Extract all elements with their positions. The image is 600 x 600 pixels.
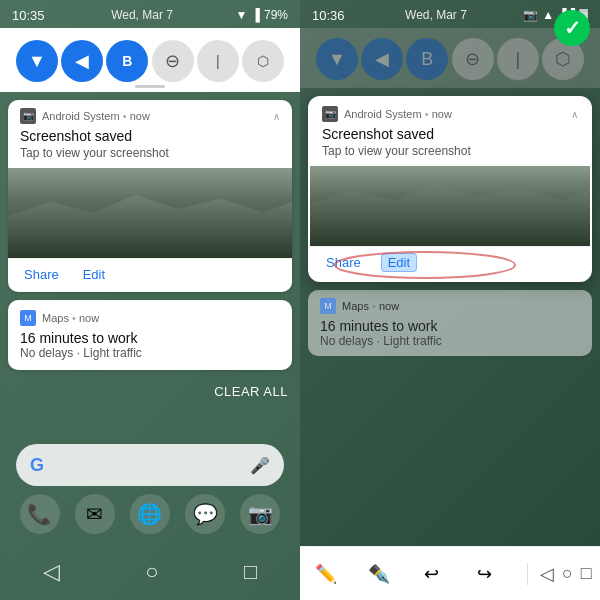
qs-location-icon[interactable]: ◀ <box>61 40 103 82</box>
maps-title-left: 16 minutes to work <box>20 330 280 346</box>
messages-app-icon[interactable]: 💬 <box>185 494 225 534</box>
clear-all-row: CLEAR ALL <box>0 378 300 405</box>
wifi-status-icon: ▼ <box>236 8 248 22</box>
signal-icon: ▐ <box>251 8 260 22</box>
mic-icon[interactable]: 🎤 <box>250 456 270 475</box>
checkmark-badge: ✓ <box>554 10 590 46</box>
chrome-app-icon[interactable]: 🌐 <box>130 494 170 534</box>
maps-notification-left[interactable]: M Maps • now 16 minutes to work No delay… <box>8 300 292 370</box>
wifi-right-icon: ▲ <box>542 8 554 22</box>
maps-subtitle-left: No delays · Light traffic <box>20 346 280 360</box>
maps-subtitle-right: No delays · Light traffic <box>320 334 580 348</box>
pencil-tool-icon[interactable]: ✏️ <box>308 556 344 592</box>
android-system-icon-right: 📷 <box>322 106 338 122</box>
camera-status-icon: 📷 <box>523 8 538 22</box>
qs-bluetooth-icon[interactable]: B <box>106 40 148 82</box>
clear-all-button[interactable]: CLEAR ALL <box>214 384 288 399</box>
qs-location-right: ◀ <box>361 38 403 80</box>
notif-header-right: 📷 Android System • now ∧ <box>310 98 590 126</box>
notif-title-right: Screenshot saved <box>310 126 590 144</box>
screenshot-notification-left[interactable]: 📷 Android System • now ∧ Screenshot save… <box>8 100 292 292</box>
rock-bg <box>8 188 292 258</box>
email-app-icon[interactable]: ✉ <box>75 494 115 534</box>
maps-header-right: M Maps • now <box>320 298 580 314</box>
qs-wifi-right: ▼ <box>316 38 358 80</box>
notif-subtitle-left: Tap to view your screenshot <box>8 146 292 168</box>
maps-notification-right: M Maps • now 16 minutes to work No delay… <box>308 290 592 356</box>
recents-button-left[interactable]: □ <box>244 559 257 585</box>
undo-icon[interactable]: ↩ <box>414 556 450 592</box>
maps-header-left: M Maps • now <box>20 310 280 326</box>
notif-chevron-right[interactable]: ∧ <box>571 109 578 120</box>
time-right: 10:36 <box>312 8 345 23</box>
camera-app-icon[interactable]: 📷 <box>240 494 280 534</box>
quick-settings-left: ▼ ◀ B ⊖ | ⬡ <box>0 28 300 92</box>
time-left: 10:35 <box>12 8 45 23</box>
qs-bluetooth-right: B <box>406 38 448 80</box>
redo-icon[interactable]: ↪ <box>466 556 502 592</box>
date-right: Wed, Mar 7 <box>405 8 467 22</box>
right-panel: 10:36 Wed, Mar 7 📷 ▲ ▐▐ ▓ ▼ ◀ B ⊖ | ⬡ ✓ … <box>300 0 600 600</box>
notif-title-left: Screenshot saved <box>8 128 292 146</box>
maps-app-name-left: Maps • now <box>42 312 280 324</box>
qs-flashlight-icon[interactable]: | <box>197 40 239 82</box>
drag-handle <box>135 85 165 88</box>
qs-dnd-icon[interactable]: ⊖ <box>152 40 194 82</box>
notif-subtitle-right: Tap to view your screenshot <box>310 144 590 166</box>
screenshot-thumbnail-right <box>310 166 590 246</box>
app-dock: 📞 ✉ 🌐 💬 📷 <box>0 488 300 540</box>
android-system-icon: 📷 <box>20 108 36 124</box>
pen-tool-icon[interactable]: ✒️ <box>361 556 397 592</box>
google-g-icon: G <box>30 455 44 476</box>
notif-chevron-left[interactable]: ∧ <box>273 111 280 122</box>
qs-wifi-icon[interactable]: ▼ <box>16 40 58 82</box>
home-button-left[interactable]: ○ <box>145 559 158 585</box>
screenshot-notification-right[interactable]: 📷 Android System • now ∧ Screenshot save… <box>308 96 592 282</box>
notif-app-name-left: Android System • now <box>42 110 267 122</box>
maps-app-icon-right: M <box>320 298 336 314</box>
recents-button-right[interactable]: □ <box>581 563 592 585</box>
edit-button-right[interactable]: Edit <box>381 253 417 272</box>
notif-app-name-right: Android System • now <box>344 108 565 120</box>
back-button-left[interactable]: ◁ <box>43 559 60 585</box>
edit-button-left[interactable]: Edit <box>79 265 109 284</box>
share-button-right[interactable]: Share <box>322 253 365 272</box>
quick-settings-right: ▼ ◀ B ⊖ | ⬡ <box>300 28 600 88</box>
qs-rotation-icon[interactable]: ⬡ <box>242 40 284 82</box>
back-button-right[interactable]: ◁ <box>540 563 554 585</box>
nav-buttons-right: ◁ ○ □ <box>527 563 592 585</box>
notif-actions-left: Share Edit <box>8 258 292 292</box>
qs-flashlight-right: | <box>497 38 539 80</box>
search-bar[interactable]: G 🎤 <box>16 444 284 486</box>
maps-app-icon-left: M <box>20 310 36 326</box>
maps-title-right: 16 minutes to work <box>320 318 580 334</box>
status-icons-left: ▼ ▐ 79% <box>236 8 288 22</box>
notif-header-left: 📷 Android System • now ∧ <box>8 100 292 128</box>
notif-actions-right: Share Edit <box>310 246 590 280</box>
date-left: Wed, Mar 7 <box>111 8 173 22</box>
bottom-nav-left: ◁ ○ □ <box>0 548 300 600</box>
share-button-left[interactable]: Share <box>20 265 63 284</box>
left-panel: 10:35 Wed, Mar 7 ▼ ▐ 79% ▼ ◀ B ⊖ | ⬡ 📷 A… <box>0 0 300 600</box>
home-button-right[interactable]: ○ <box>562 563 573 585</box>
battery-text: 79% <box>264 8 288 22</box>
maps-app-name-right: Maps • now <box>342 300 580 312</box>
rock-bg-right <box>310 176 590 246</box>
bottom-toolbar-right: ✏️ ✒️ ↩ ↪ ◁ ○ □ <box>300 546 600 600</box>
qs-dnd-right: ⊖ <box>452 38 494 80</box>
status-bar-left: 10:35 Wed, Mar 7 ▼ ▐ 79% <box>0 0 300 28</box>
phone-app-icon[interactable]: 📞 <box>20 494 60 534</box>
screenshot-thumbnail-left <box>8 168 292 258</box>
